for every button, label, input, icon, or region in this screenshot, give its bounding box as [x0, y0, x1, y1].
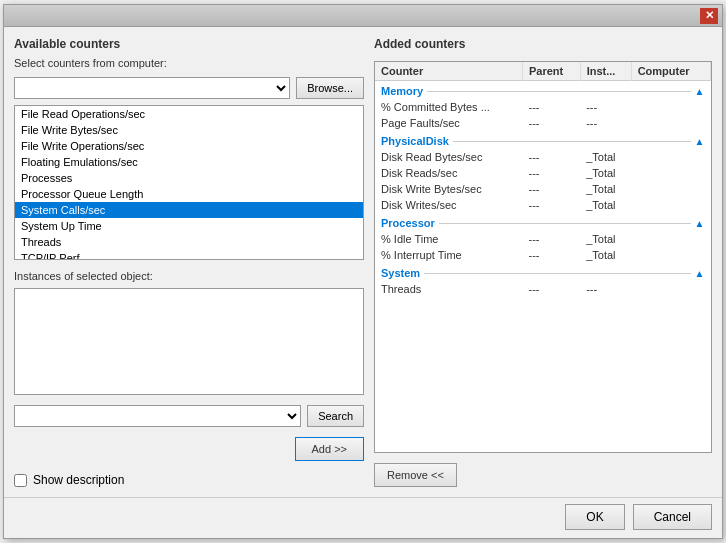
added-table: Counter Parent Inst... Computer Memory ▲…: [375, 62, 711, 297]
cell-parent: ---: [523, 165, 581, 181]
col-counter: Counter: [375, 62, 523, 81]
cell-computer: [631, 115, 710, 131]
table-row[interactable]: % Idle Time---_Total: [375, 231, 711, 247]
cell-instance: _Total: [580, 247, 631, 263]
show-description-row: Show description: [14, 473, 364, 487]
counter-list-item[interactable]: File Write Operations/sec: [15, 138, 363, 154]
cell-instance: ---: [580, 99, 631, 115]
table-row[interactable]: Disk Writes/sec---_Total: [375, 197, 711, 213]
collapse-icon[interactable]: ▲: [695, 136, 705, 147]
remove-row: Remove <<: [374, 463, 712, 487]
group-name: Memory: [381, 85, 423, 97]
table-header-row: Counter Parent Inst... Computer: [375, 62, 711, 81]
cell-instance: _Total: [580, 197, 631, 213]
cell-computer: [631, 149, 710, 165]
cell-computer: [631, 165, 710, 181]
col-parent: Parent: [523, 62, 581, 81]
cell-parent: ---: [523, 247, 581, 263]
cell-instance: _Total: [580, 231, 631, 247]
ok-button[interactable]: OK: [565, 504, 624, 530]
cell-parent: ---: [523, 231, 581, 247]
cell-counter: Page Faults/sec: [375, 115, 523, 131]
close-button[interactable]: ✕: [700, 8, 718, 24]
search-button[interactable]: Search: [307, 405, 364, 427]
left-panel: Available counters Select counters from …: [14, 37, 364, 487]
available-counters-title: Available counters: [14, 37, 364, 51]
show-description-label: Show description: [33, 473, 124, 487]
cancel-button[interactable]: Cancel: [633, 504, 712, 530]
table-row[interactable]: Page Faults/sec------: [375, 115, 711, 131]
title-bar: ✕: [4, 5, 722, 27]
remove-button[interactable]: Remove <<: [374, 463, 457, 487]
table-row[interactable]: % Interrupt Time---_Total: [375, 247, 711, 263]
cell-counter: % Interrupt Time: [375, 247, 523, 263]
cell-counter: % Idle Time: [375, 231, 523, 247]
counter-list-item[interactable]: Processes: [15, 170, 363, 186]
table-row[interactable]: Disk Read Bytes/sec---_Total: [375, 149, 711, 165]
instances-box: [14, 288, 364, 395]
cell-parent: ---: [523, 281, 581, 297]
instances-label: Instances of selected object:: [14, 270, 364, 282]
cell-instance: _Total: [580, 181, 631, 197]
cell-instance: _Total: [580, 165, 631, 181]
table-row[interactable]: % Committed Bytes ...------: [375, 99, 711, 115]
cell-counter: Disk Reads/sec: [375, 165, 523, 181]
add-row: Add >>: [14, 437, 364, 461]
col-computer: Computer: [631, 62, 710, 81]
group-name: System: [381, 267, 420, 279]
right-panel: Added counters Counter Parent Inst... Co…: [374, 37, 712, 487]
counter-list-item[interactable]: System Calls/sec: [15, 202, 363, 218]
computer-select[interactable]: [14, 77, 290, 99]
cell-computer: [631, 99, 710, 115]
cell-computer: [631, 247, 710, 263]
counter-list-item[interactable]: Processor Queue Length: [15, 186, 363, 202]
added-counters-title: Added counters: [374, 37, 712, 51]
instances-bottom: Search: [14, 405, 364, 427]
instances-select[interactable]: [14, 405, 301, 427]
cell-counter: Disk Write Bytes/sec: [375, 181, 523, 197]
dialog-body: Available counters Select counters from …: [4, 27, 722, 497]
cell-parent: ---: [523, 149, 581, 165]
counters-list[interactable]: File Read Operations/secFile Write Bytes…: [14, 105, 364, 260]
counter-list-item[interactable]: File Write Bytes/sec: [15, 122, 363, 138]
cell-computer: [631, 197, 710, 213]
cell-counter: Disk Writes/sec: [375, 197, 523, 213]
table-group-header: System ▲: [375, 263, 711, 281]
table-row[interactable]: Disk Reads/sec---_Total: [375, 165, 711, 181]
counter-list-item[interactable]: System Up Time: [15, 218, 363, 234]
table-row[interactable]: Threads------: [375, 281, 711, 297]
collapse-icon[interactable]: ▲: [695, 218, 705, 229]
browse-button[interactable]: Browse...: [296, 77, 364, 99]
counter-list-item[interactable]: File Read Operations/sec: [15, 106, 363, 122]
collapse-icon[interactable]: ▲: [695, 268, 705, 279]
cell-parent: ---: [523, 115, 581, 131]
cell-counter: % Committed Bytes ...: [375, 99, 523, 115]
counter-items: File Read Operations/secFile Write Bytes…: [15, 106, 363, 260]
add-button[interactable]: Add >>: [295, 437, 364, 461]
table-group-header: Processor ▲: [375, 213, 711, 231]
cell-counter: Threads: [375, 281, 523, 297]
dialog-footer: OK Cancel: [4, 497, 722, 538]
show-description-checkbox[interactable]: [14, 474, 27, 487]
cell-computer: [631, 181, 710, 197]
cell-computer: [631, 281, 710, 297]
cell-parent: ---: [523, 181, 581, 197]
cell-computer: [631, 231, 710, 247]
cell-parent: ---: [523, 99, 581, 115]
counter-list-item[interactable]: Floating Emulations/sec: [15, 154, 363, 170]
cell-parent: ---: [523, 197, 581, 213]
cell-instance: _Total: [580, 149, 631, 165]
table-group-header: PhysicalDisk ▲: [375, 131, 711, 149]
col-instance: Inst...: [580, 62, 631, 81]
main-dialog: ✕ Available counters Select counters fro…: [3, 4, 723, 539]
group-name: PhysicalDisk: [381, 135, 449, 147]
collapse-icon[interactable]: ▲: [695, 86, 705, 97]
cell-counter: Disk Read Bytes/sec: [375, 149, 523, 165]
table-row[interactable]: Disk Write Bytes/sec---_Total: [375, 181, 711, 197]
counter-list-item[interactable]: TCP/IP Perf...: [15, 250, 363, 260]
added-table-body: Memory ▲ % Committed Bytes ...------Page…: [375, 81, 711, 298]
table-group-header: Memory ▲: [375, 81, 711, 100]
counter-list-item[interactable]: Threads: [15, 234, 363, 250]
cell-instance: ---: [580, 281, 631, 297]
group-name: Processor: [381, 217, 435, 229]
